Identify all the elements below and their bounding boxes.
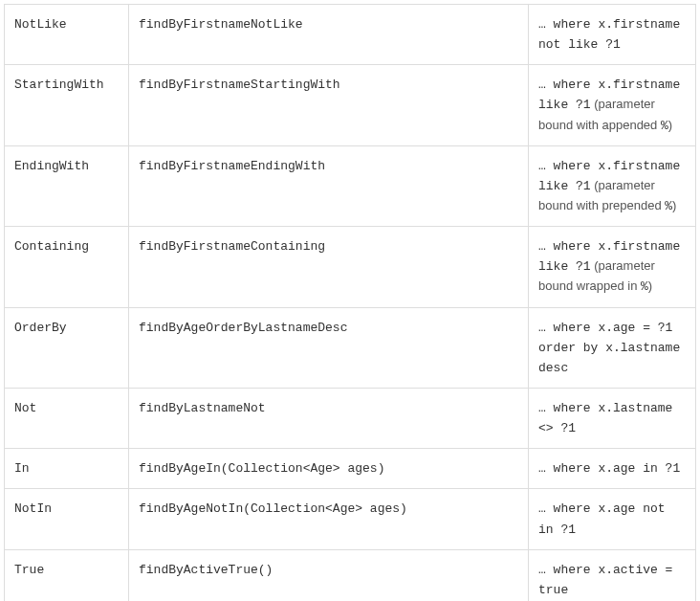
sample-text: findByAgeOrderByLastnameDesc (139, 321, 347, 335)
keyword-cell: True (5, 549, 129, 601)
keyword-text: StartingWith (14, 78, 104, 92)
keyword-cell: NotIn (5, 489, 129, 549)
result-cell: … where x.age not in ?1 (529, 489, 696, 549)
table-row: NotLikefindByFirstnameNotLike… where x.f… (5, 5, 696, 65)
result-cell: … where x.firstname not like ?1 (529, 5, 696, 65)
sample-cell: findByAgeNotIn(Collection<Age> ages) (129, 489, 529, 549)
sample-text: findByFirstnameEndingWith (139, 159, 325, 173)
result-cell: … where x.age = ?1 order by x.lastname d… (529, 307, 696, 388)
sample-cell: findByAgeIn(Collection<Age> ages) (129, 449, 529, 489)
sample-text: findByAgeIn(Collection<Age> ages) (139, 461, 384, 476)
result-code-fragment: % (661, 119, 668, 133)
sample-cell: findByLastnameNot (129, 388, 529, 448)
table-row: ContainingfindByFirstnameContaining… whe… (5, 227, 696, 307)
query-keywords-table: NotLikefindByFirstnameNotLike… where x.f… (4, 4, 696, 601)
result-code-fragment: … where x.lastname <> ?1 (538, 401, 672, 435)
sample-cell: findByFirstnameContaining (129, 227, 529, 307)
sample-cell: findByFirstnameNotLike (129, 5, 529, 65)
table-row: EndingWithfindByFirstnameEndingWith… whe… (5, 145, 696, 226)
keyword-text: NotIn (14, 501, 52, 516)
sample-text: findByAgeNotIn(Collection<Age> ages) (139, 501, 407, 516)
result-code-fragment: … where x.age in ?1 (538, 461, 680, 476)
sample-text: findByFirstnameStartingWith (139, 78, 340, 92)
table-row: StartingWithfindByFirstnameStartingWith…… (5, 65, 696, 145)
result-code-fragment: % (665, 199, 672, 213)
result-cell: … where x.active = true (529, 549, 696, 601)
sample-cell: findByFirstnameStartingWith (129, 65, 529, 145)
result-cell: … where x.lastname <> ?1 (529, 388, 696, 448)
keyword-cell: Containing (5, 227, 129, 307)
sample-text: findByActiveTrue() (139, 563, 273, 577)
sample-text: findByLastnameNot (139, 401, 266, 415)
result-plain-fragment: ) (668, 118, 672, 132)
sample-cell: findByActiveTrue() (129, 549, 529, 601)
keyword-cell: EndingWith (5, 145, 129, 226)
keyword-text: NotLike (14, 17, 67, 32)
table-row: InfindByAgeIn(Collection<Age> ages)… whe… (5, 449, 696, 489)
result-code-fragment: … where x.active = true (538, 563, 672, 597)
result-code-fragment: … where x.age not in ?1 (538, 501, 666, 536)
keyword-text: OrderBy (14, 321, 67, 335)
result-code-fragment: % (641, 279, 648, 294)
sample-text: findByFirstnameNotLike (139, 17, 303, 32)
table-row: NotInfindByAgeNotIn(Collection<Age> ages… (5, 489, 696, 549)
keyword-cell: In (5, 449, 129, 489)
keyword-cell: NotLike (5, 5, 129, 65)
result-plain-fragment: ) (672, 198, 676, 212)
keyword-cell: StartingWith (5, 65, 129, 145)
result-cell: … where x.firstname like ?1 (parameter b… (529, 145, 696, 226)
table-row: TruefindByActiveTrue()… where x.active =… (5, 549, 696, 601)
sample-text: findByFirstnameContaining (139, 239, 325, 254)
result-cell: … where x.firstname like ?1 (parameter b… (529, 65, 696, 145)
result-plain-fragment: ) (648, 278, 652, 293)
result-cell: … where x.firstname like ?1 (parameter b… (529, 227, 696, 307)
result-code-fragment: … where x.age = ?1 order by x.lastname d… (538, 321, 680, 375)
sample-cell: findByFirstnameEndingWith (129, 145, 529, 226)
keyword-text: Containing (14, 239, 89, 254)
keyword-text: Not (14, 401, 36, 415)
table-row: OrderByfindByAgeOrderByLastnameDesc… whe… (5, 307, 696, 388)
keyword-cell: OrderBy (5, 307, 129, 388)
sample-cell: findByAgeOrderByLastnameDesc (129, 307, 529, 388)
table-row: NotfindByLastnameNot… where x.lastname <… (5, 388, 696, 448)
result-cell: … where x.age in ?1 (529, 449, 696, 489)
keyword-text: EndingWith (14, 159, 89, 173)
result-code-fragment: … where x.firstname not like ?1 (538, 17, 680, 52)
keyword-text: In (14, 461, 30, 476)
keyword-cell: Not (5, 388, 129, 448)
keyword-text: True (14, 563, 44, 577)
